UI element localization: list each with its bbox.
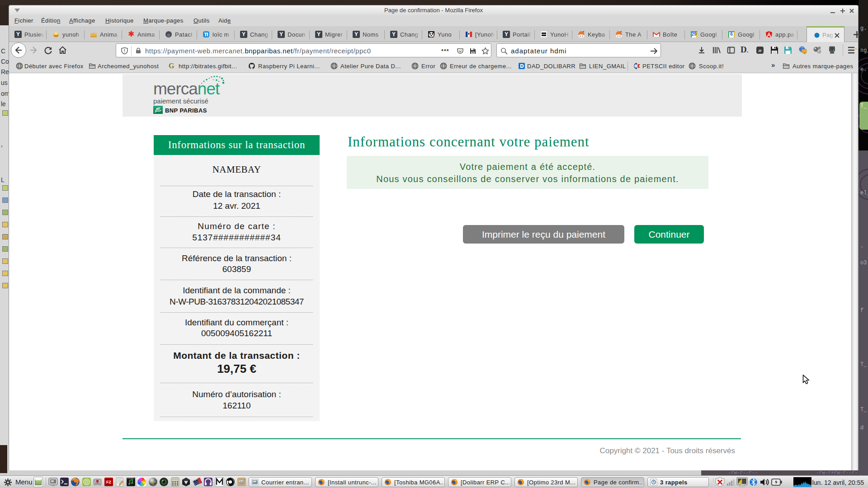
svg-text:æ: æ: [758, 47, 761, 53]
svg-text:FZ: FZ: [106, 480, 111, 484]
